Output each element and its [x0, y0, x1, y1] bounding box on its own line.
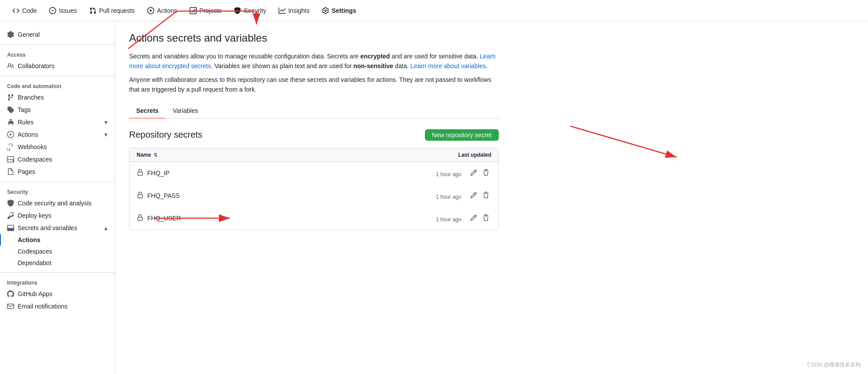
actions-sidebar-icon: [7, 131, 14, 138]
secret-name-cell: FHQ_USER: [137, 214, 291, 223]
sidebar-collaborators-label: Collaborators: [18, 62, 54, 69]
sidebar-divider-2: [0, 76, 115, 76]
sidebar-branches[interactable]: Branches: [0, 91, 115, 104]
general-icon: [7, 31, 14, 38]
col-last-updated-header: Last updated: [298, 148, 498, 162]
tab-variables[interactable]: Variables: [166, 104, 205, 119]
pages-icon: [7, 168, 14, 175]
nav-settings[interactable]: Settings: [317, 4, 361, 18]
nav-insights-label: Insights: [288, 7, 310, 14]
sort-icon[interactable]: ⇅: [153, 152, 157, 158]
sidebar-codespaces[interactable]: Codespaces: [0, 153, 115, 166]
nav-security[interactable]: Security: [229, 4, 271, 18]
description-1: Secrets and variables allow you to manag…: [129, 51, 499, 71]
lock-icon: [137, 192, 144, 200]
sidebar-general[interactable]: General: [0, 28, 115, 41]
secrets-table: Name ⇅ Last updated FHQ_IP 1 hour ago: [129, 148, 499, 230]
edit-secret-button[interactable]: [468, 212, 479, 224]
settings-icon: [322, 7, 329, 14]
sidebar-rules-label: Rules: [18, 119, 34, 126]
sidebar-secrets-variables[interactable]: Secrets and variables ▴: [0, 222, 115, 234]
secret-name-text: FHQ_IP: [147, 170, 170, 177]
delete-secret-button[interactable]: [481, 190, 491, 202]
tabs-container: Secrets Variables: [129, 104, 499, 119]
sidebar-secrets-dependabot[interactable]: Dependabot: [0, 257, 115, 269]
sidebar-codespaces-label: Codespaces: [18, 156, 52, 163]
last-updated-text: 1 hour ago: [436, 194, 461, 200]
sidebar-secrets-actions-label: Actions: [18, 236, 40, 243]
secrets-table-body: FHQ_IP 1 hour ago FHQ_PASS 1 hour ago: [130, 162, 498, 230]
github-apps-icon: [7, 290, 14, 297]
new-repository-secret-button[interactable]: New repository secret: [425, 129, 499, 141]
sidebar-code-security[interactable]: Code security and analysis: [0, 197, 115, 209]
sidebar-tags[interactable]: Tags: [0, 104, 115, 116]
lock-icon: [137, 169, 144, 177]
actions-chevron-icon: ▾: [104, 131, 107, 138]
secrets-chevron-icon: ▴: [104, 224, 107, 231]
edit-secret-button[interactable]: [468, 167, 479, 179]
sidebar-secrets-codespaces[interactable]: Codespaces: [0, 246, 115, 257]
nav-projects-label: Projects: [199, 7, 222, 14]
settings-sidebar: General Access Collaborators Code and au…: [0, 21, 115, 374]
sidebar-code-security-label: Code security and analysis: [18, 200, 92, 207]
webhooks-icon: [7, 143, 14, 150]
sidebar-general-label: General: [18, 31, 40, 38]
sidebar-github-apps-label: GitHub Apps: [18, 290, 53, 297]
table-row: FHQ_IP 1 hour ago: [130, 162, 498, 185]
sidebar-pages[interactable]: Pages: [0, 166, 115, 178]
nav-pr-label: Pull requests: [99, 7, 135, 14]
section-header: Repository secrets New repository secret: [129, 129, 499, 141]
code-security-icon: [7, 200, 14, 207]
tags-icon: [7, 106, 14, 113]
edit-secret-button[interactable]: [468, 190, 479, 202]
security-section-label: Security: [0, 185, 115, 197]
rules-chevron-icon: ▾: [104, 119, 107, 126]
secret-name-text: FHQ_PASS: [147, 192, 180, 199]
nav-code[interactable]: Code: [7, 4, 42, 18]
sidebar-deploy-keys[interactable]: Deploy keys: [0, 209, 115, 222]
nav-actions[interactable]: Actions: [142, 4, 183, 18]
sidebar-pages-label: Pages: [18, 168, 35, 175]
delete-secret-button[interactable]: [481, 212, 491, 224]
nav-settings-label: Settings: [332, 7, 356, 14]
sidebar-email-notifications[interactable]: Email notifications: [0, 300, 115, 312]
insights-icon: [279, 7, 286, 14]
codespaces-icon: [7, 156, 14, 163]
sidebar-rules[interactable]: Rules ▾: [0, 116, 115, 128]
actions-icon: [147, 7, 154, 14]
sidebar-branches-label: Branches: [18, 94, 44, 101]
page-layout: General Access Collaborators Code and au…: [0, 21, 868, 374]
description-2: Anyone with collaborator access to this …: [129, 75, 499, 95]
table-row: FHQ_PASS 1 hour ago: [130, 185, 498, 207]
delete-secret-button[interactable]: [481, 167, 491, 179]
nav-issues[interactable]: Issues: [44, 4, 82, 18]
sidebar-divider-4: [0, 272, 115, 273]
table-header-row: Name ⇅ Last updated: [130, 148, 498, 162]
variables-link[interactable]: Learn more about variables: [410, 62, 486, 69]
sidebar-secrets-dependabot-label: Dependabot: [18, 259, 51, 266]
sidebar-secrets-codespaces-label: Codespaces: [18, 248, 52, 255]
sidebar-collaborators[interactable]: Collaborators: [0, 60, 115, 72]
security-icon: [234, 7, 241, 14]
col-name-header: Name ⇅: [130, 148, 298, 162]
sidebar-secrets-variables-label: Secrets and variables: [18, 224, 77, 231]
nav-pullrequests[interactable]: Pull requests: [84, 4, 140, 18]
page-title: Actions secrets and variables: [129, 32, 499, 44]
nav-issues-label: Issues: [59, 7, 76, 14]
nav-security-label: Security: [244, 7, 266, 14]
code-automation-section-label: Code and automation: [0, 80, 115, 91]
sidebar-actions-label: Actions: [18, 131, 38, 138]
table-row: FHQ_USER 1 hour ago: [130, 207, 498, 230]
sidebar-secrets-actions[interactable]: Actions: [0, 234, 115, 246]
last-updated-text: 1 hour ago: [436, 171, 461, 177]
top-navigation: Code Issues Pull requests Actions Projec…: [0, 0, 868, 21]
sidebar-github-apps[interactable]: GitHub Apps: [0, 288, 115, 300]
sidebar-webhooks[interactable]: Webhooks: [0, 141, 115, 153]
sidebar-actions[interactable]: Actions ▾: [0, 128, 115, 141]
nav-code-label: Code: [22, 7, 37, 14]
nav-projects[interactable]: Projects: [184, 4, 227, 18]
nav-insights[interactable]: Insights: [273, 4, 315, 18]
tab-secrets[interactable]: Secrets: [129, 104, 166, 119]
lock-icon: [137, 214, 144, 223]
secret-name-text: FHQ_USER: [147, 215, 181, 222]
